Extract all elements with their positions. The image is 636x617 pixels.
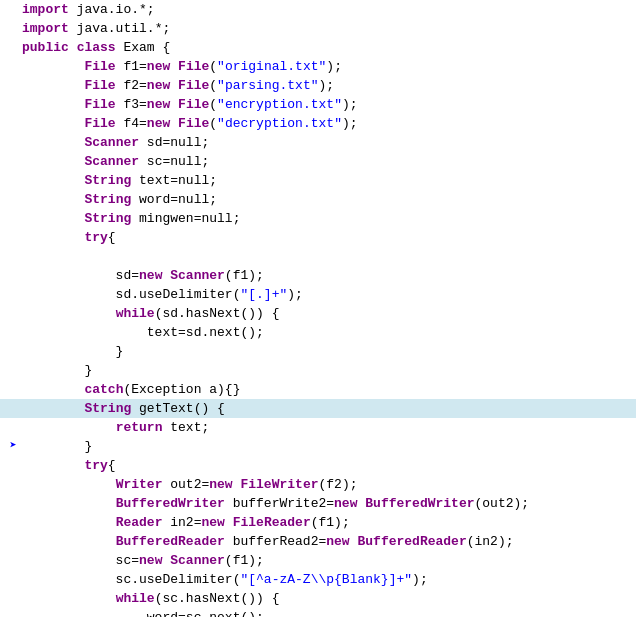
code-token: Exam { [116, 40, 171, 55]
code-token [22, 515, 116, 530]
code-token: word=sc.next(); [22, 610, 264, 617]
line-content: File f2=new File("parsing.txt"); [22, 76, 636, 95]
code-line: String getText() { [0, 399, 636, 418]
code-token: new [201, 515, 224, 530]
code-line: } [0, 342, 636, 361]
code-token: Scanner [84, 154, 139, 169]
code-token [22, 534, 116, 549]
line-content: catch(Exception a){} [22, 380, 636, 399]
line-content: import java.io.*; [22, 0, 636, 19]
code-token: getText() { [131, 401, 225, 416]
code-token: java.io.*; [69, 2, 155, 17]
code-token: new [147, 59, 170, 74]
code-token: new [326, 534, 349, 549]
code-token: BufferedReader [116, 534, 225, 549]
code-token: } [22, 344, 123, 359]
code-token [22, 477, 116, 492]
code-line: String mingwen=null; [0, 209, 636, 228]
line-content: Writer out2=new FileWriter(f2); [22, 475, 636, 494]
code-line: sd.useDelimiter("[.]+"); [0, 285, 636, 304]
code-token: ); [319, 78, 335, 93]
code-token [22, 173, 84, 188]
code-token: (f1); [225, 553, 264, 568]
code-token: BufferedReader [357, 534, 466, 549]
code-token: import [22, 2, 69, 17]
code-token [22, 591, 116, 606]
code-token [22, 78, 84, 93]
code-token: try [84, 230, 107, 245]
code-line: sc=new Scanner(f1); [0, 551, 636, 570]
code-token: new [334, 496, 357, 511]
line-content: try{ [22, 456, 636, 475]
code-token: new [147, 116, 170, 131]
line-content: File f1=new File("original.txt"); [22, 57, 636, 76]
code-token [170, 59, 178, 74]
code-token: FileWriter [240, 477, 318, 492]
code-token: "original.txt" [217, 59, 326, 74]
code-token: File [84, 97, 115, 112]
code-token: { [108, 458, 116, 473]
code-token: bufferRead2= [225, 534, 326, 549]
code-token: FileReader [233, 515, 311, 530]
code-token [22, 420, 116, 435]
code-line: Writer out2=new FileWriter(f2); [0, 475, 636, 494]
code-token [22, 306, 116, 321]
code-token: (sc.hasNext()) { [155, 591, 280, 606]
line-content: while(sc.hasNext()) { [22, 589, 636, 608]
line-content: import java.util.*; [22, 19, 636, 38]
line-content: public class Exam { [22, 38, 636, 57]
code-line: File f3=new File("encryption.txt"); [0, 95, 636, 114]
line-gutter: ➤ [4, 437, 22, 456]
code-line: BufferedReader bufferRead2=new BufferedR… [0, 532, 636, 551]
code-token: (sd.hasNext()) { [155, 306, 280, 321]
code-token: sd=null; [139, 135, 209, 150]
code-token: public [22, 40, 69, 55]
code-token: class [77, 40, 116, 55]
code-token: out2= [162, 477, 209, 492]
code-token: sc.useDelimiter( [22, 572, 240, 587]
line-content: word=sc.next(); [22, 608, 636, 617]
code-token: new [209, 477, 232, 492]
code-token: "encryption.txt" [217, 97, 342, 112]
code-token [170, 116, 178, 131]
code-token: Reader [116, 515, 163, 530]
code-line: public class Exam { [0, 38, 636, 57]
code-token: (Exception a){} [123, 382, 240, 397]
line-content: String word=null; [22, 190, 636, 209]
code-token: BufferedWriter [116, 496, 225, 511]
line-content: text=sd.next(); [22, 323, 636, 342]
code-token: File [84, 59, 115, 74]
line-content: BufferedReader bufferRead2=new BufferedR… [22, 532, 636, 551]
code-token: sc= [22, 553, 139, 568]
line-content: return text; [22, 418, 636, 437]
code-token: sc=null; [139, 154, 209, 169]
code-token [22, 59, 84, 74]
code-token: f2= [116, 78, 147, 93]
code-token: sd.useDelimiter( [22, 287, 240, 302]
code-line: String word=null; [0, 190, 636, 209]
code-token [22, 211, 84, 226]
code-token: String [84, 401, 131, 416]
line-content: Scanner sc=null; [22, 152, 636, 171]
code-line: while(sd.hasNext()) { [0, 304, 636, 323]
code-editor: import java.io.*;import java.util.*;publ… [0, 0, 636, 617]
code-token: mingwen=null; [131, 211, 240, 226]
code-token: new [139, 553, 162, 568]
code-token: return [116, 420, 163, 435]
line-content: } [22, 361, 636, 380]
line-content: BufferedWriter bufferWrite2=new Buffered… [22, 494, 636, 513]
code-token: File [178, 59, 209, 74]
code-line: try{ [0, 228, 636, 247]
code-token: File [84, 116, 115, 131]
code-token [22, 382, 84, 397]
code-token: ( [209, 59, 217, 74]
line-content: sc.useDelimiter("[^a-zA-Z\\p{Blank}]+"); [22, 570, 636, 589]
code-line: try{ [0, 456, 636, 475]
code-token [22, 116, 84, 131]
code-line: sc.useDelimiter("[^a-zA-Z\\p{Blank}]+"); [0, 570, 636, 589]
code-token: "[^a-zA-Z\\p{Blank}]+" [240, 572, 412, 587]
code-token: catch [84, 382, 123, 397]
code-token: text; [162, 420, 209, 435]
code-token [22, 192, 84, 207]
code-line: catch(Exception a){} [0, 380, 636, 399]
